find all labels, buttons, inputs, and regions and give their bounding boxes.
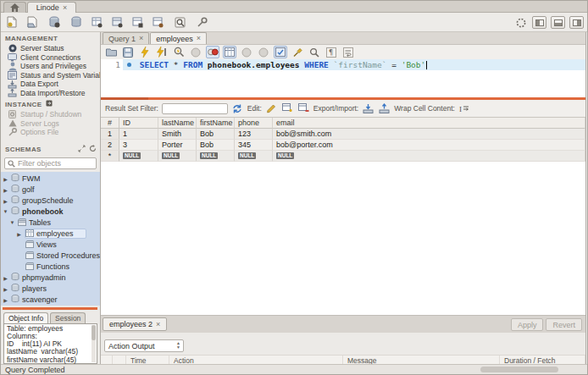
- sidebar-item-server-status[interactable]: Server Status: [1, 44, 100, 53]
- chevron-down-icon[interactable]: ▼: [9, 220, 15, 225]
- tree-item-scavenger[interactable]: ▶ scavenger: [1, 295, 100, 306]
- table-row-new[interactable]: * NULL NULL NULL NULL NULL: [101, 151, 585, 162]
- chevron-right-icon[interactable]: ▶: [3, 176, 8, 182]
- add-row-icon[interactable]: [281, 102, 294, 114]
- commit-icon[interactable]: [240, 46, 253, 58]
- explain-icon[interactable]: [172, 46, 186, 58]
- expand-schemas-icon[interactable]: [78, 145, 86, 154]
- wrap-cell-icon[interactable]: I: [458, 102, 471, 114]
- execute-icon[interactable]: [138, 46, 152, 58]
- tree-item-phpmyadmin[interactable]: ▶ phpmyadmin: [1, 273, 100, 284]
- toggle-stop-on-error-icon[interactable]: [206, 46, 219, 58]
- output-col-duration[interactable]: Duration / Fetch: [500, 356, 585, 364]
- tab-employees[interactable]: employees ×: [150, 32, 207, 44]
- toggle-autocommit-icon[interactable]: [274, 46, 287, 58]
- invisible-chars-icon[interactable]: ¶: [325, 46, 338, 58]
- limit-rows-icon[interactable]: [223, 46, 236, 58]
- edit-record-icon[interactable]: [265, 102, 278, 114]
- sidebar-item-options-file[interactable]: Options File: [1, 128, 100, 137]
- chevron-right-icon[interactable]: ▶: [16, 231, 22, 237]
- editor-result-splitter[interactable]: [101, 97, 585, 100]
- refresh-schemas-icon[interactable]: [89, 145, 97, 154]
- apply-button[interactable]: Apply: [511, 318, 544, 331]
- table-row[interactable]: 2 3 Porter Bob 345 bob@porter.com: [101, 140, 585, 151]
- tab-query-1[interactable]: Query 1 ×: [103, 32, 149, 44]
- tree-item-groupschedule[interactable]: ▶ groupSchedule: [1, 196, 100, 207]
- wrap-text-icon[interactable]: [341, 46, 355, 58]
- tree-item-functions[interactable]: ▶ Functions: [1, 262, 100, 273]
- tree-item-phonebook[interactable]: ▼ phonebook: [1, 207, 100, 218]
- chevron-right-icon[interactable]: ▶: [3, 198, 8, 204]
- tab-object-info[interactable]: Object Info: [3, 312, 48, 323]
- stop-icon[interactable]: [189, 46, 202, 58]
- chevron-right-icon[interactable]: ▶: [3, 297, 8, 303]
- sidebar-splitter[interactable]: [3, 307, 97, 310]
- sidebar-item-users-privileges[interactable]: Users and Privileges: [1, 62, 100, 71]
- tree-item-employees[interactable]: ▶ employees: [1, 229, 100, 240]
- output-col-message[interactable]: Message: [343, 356, 500, 364]
- table-row[interactable]: 1 1 Smith Bob 123 bob@smith.com: [101, 129, 585, 140]
- output-col-action[interactable]: Action: [169, 356, 343, 364]
- toggle-right-sidebar-button[interactable]: [569, 16, 584, 29]
- execute-current-icon[interactable]: [155, 46, 169, 58]
- close-icon[interactable]: ×: [139, 35, 143, 42]
- close-icon[interactable]: ×: [63, 4, 67, 12]
- home-tab[interactable]: [3, 2, 26, 13]
- chevron-down-icon[interactable]: ▼: [3, 209, 8, 214]
- sidebar-item-client-connections[interactable]: Client Connections: [1, 53, 100, 63]
- new-connection-icon[interactable]: [47, 15, 62, 30]
- new-view-icon[interactable]: [110, 15, 125, 30]
- find-icon[interactable]: [308, 46, 321, 58]
- beautify-icon[interactable]: [291, 46, 304, 58]
- sidebar-item-server-logs[interactable]: Server Logs: [1, 119, 100, 129]
- sql-code-editor[interactable]: 1 SELECT * FROM phonebook.employees WHER…: [101, 59, 585, 97]
- toggle-left-sidebar-button[interactable]: [532, 16, 546, 29]
- tree-item-stored-procedures[interactable]: ▶ Stored Procedures: [1, 251, 100, 262]
- chevron-right-icon[interactable]: ▶: [3, 187, 8, 193]
- horizontal-scrollbar-thumb[interactable]: [480, 367, 558, 372]
- new-sql-tab-icon[interactable]: [5, 15, 19, 30]
- import-records-icon[interactable]: [378, 102, 391, 114]
- sidebar-item-system-variables[interactable]: Status and System Variables: [1, 71, 100, 80]
- sidebar-item-data-export[interactable]: Data Export: [1, 80, 100, 89]
- column-header-id[interactable]: ID: [119, 118, 158, 129]
- result-filter-input[interactable]: [162, 103, 228, 114]
- tree-item-fwm[interactable]: ▶ FWM: [1, 174, 100, 185]
- delete-row-icon[interactable]: [297, 102, 310, 114]
- tree-item-players[interactable]: ▶ players: [1, 284, 100, 295]
- output-type-select[interactable]: Action Output ▲▼: [104, 339, 184, 352]
- output-col-time[interactable]: Time: [126, 356, 169, 364]
- column-header-lastname[interactable]: lastName: [158, 118, 197, 129]
- tab-employees-2[interactable]: employees 2 ×: [103, 317, 167, 331]
- close-icon[interactable]: ×: [156, 321, 160, 328]
- new-schema-icon[interactable]: [69, 15, 84, 30]
- new-table-icon[interactable]: [90, 15, 104, 30]
- open-sql-script-icon[interactable]: [25, 15, 40, 30]
- chevron-right-icon[interactable]: ▶: [3, 275, 8, 281]
- tab-session[interactable]: Session: [50, 312, 86, 323]
- column-header-email[interactable]: email: [273, 118, 585, 129]
- toggle-bottom-panel-button[interactable]: [551, 16, 565, 29]
- tree-item-tables[interactable]: ▼ Tables: [1, 218, 100, 229]
- connection-tab-linode[interactable]: Linode ×: [27, 2, 76, 13]
- close-icon[interactable]: ×: [197, 35, 201, 42]
- save-icon[interactable]: [121, 46, 135, 58]
- revert-button[interactable]: Revert: [546, 318, 582, 331]
- sidebar-item-data-import[interactable]: Data Import/Restore: [1, 89, 100, 98]
- rollback-icon[interactable]: [257, 46, 270, 58]
- new-function-icon[interactable]: [151, 15, 165, 30]
- column-header-firstname[interactable]: firstName: [197, 118, 235, 129]
- chevron-right-icon[interactable]: ▶: [3, 286, 8, 292]
- column-header-phone[interactable]: phone: [235, 118, 273, 129]
- new-procedure-icon[interactable]: [130, 15, 145, 30]
- open-file-icon[interactable]: [104, 46, 118, 58]
- utilities-icon[interactable]: [195, 15, 209, 30]
- object-info-scrollbar[interactable]: [92, 325, 96, 362]
- schema-filter-input[interactable]: [18, 159, 86, 168]
- tree-item-views[interactable]: ▶ Views: [1, 240, 100, 251]
- tree-item-golf[interactable]: ▶ golf: [1, 185, 100, 196]
- export-result-icon[interactable]: [362, 102, 374, 114]
- table-inspector-icon[interactable]: [173, 15, 187, 30]
- sidebar-item-startup-shutdown[interactable]: Startup / Shutdown: [1, 110, 100, 119]
- column-header-rownum[interactable]: #: [101, 118, 119, 129]
